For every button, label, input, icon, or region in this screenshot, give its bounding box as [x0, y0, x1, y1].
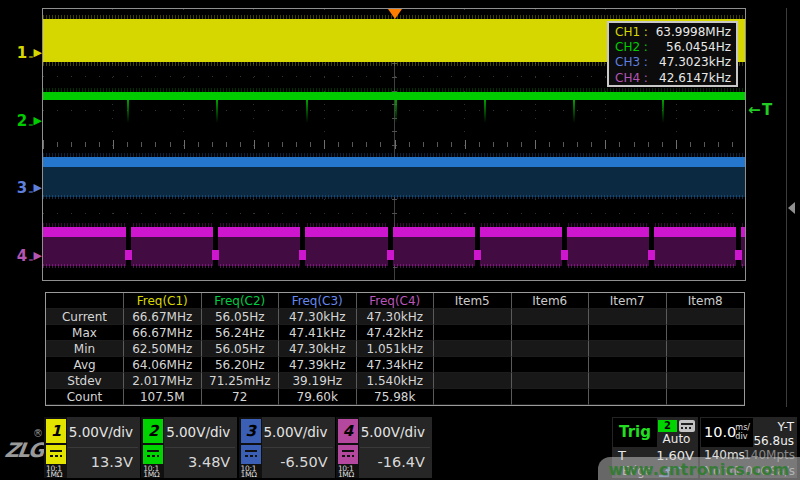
- trigger-title: Trig: [613, 418, 657, 447]
- measure-value-cell: 62.50MHz: [124, 341, 202, 357]
- measure-row-label: Avg: [46, 357, 124, 373]
- ch1-impedance: 1MΩ: [46, 470, 62, 479]
- measure-value-cell: 107.5M: [124, 389, 202, 405]
- infobox-ch3-value: 47.3023kHz: [648, 55, 731, 69]
- measure-value-cell: [667, 373, 745, 389]
- measure-row-label: Max: [46, 325, 124, 341]
- measure-value-cell: 47.42kHz: [357, 325, 435, 341]
- measure-value-cell: [434, 357, 512, 373]
- ch3-offset: -6.50V: [262, 451, 328, 473]
- ch1-badge[interactable]: 1: [46, 419, 66, 443]
- measure-row-label: Current: [46, 309, 124, 325]
- measure-value-cell: 79.60k: [279, 389, 357, 405]
- measure-value-cell: 47.41kHz: [279, 325, 357, 341]
- trigger-coupling-icon[interactable]: [679, 420, 695, 432]
- measure-value-cell: 1.540kHz: [357, 373, 435, 389]
- zlg-logo: ZLG ®: [5, 422, 45, 470]
- oscilloscope-screen: 1₌▶ 2₌▶ 3₌▶ 4₌▶ ← T: [0, 0, 800, 480]
- ch2-impedance: 1MΩ: [143, 470, 159, 479]
- display-mode: Y-T: [778, 420, 794, 434]
- ch2-offset: 3.48V: [164, 451, 230, 473]
- measure-value-cell: [589, 309, 667, 325]
- measure-value-cell: 75.98k: [357, 389, 435, 405]
- measure-value-cell: 1.051kHz: [357, 341, 435, 357]
- measure-value-cell: 47.30kHz: [279, 309, 357, 325]
- trigger-source-badge[interactable]: 2: [658, 420, 677, 432]
- ch3-trace: [43, 157, 746, 167]
- measure-value-cell: [434, 373, 512, 389]
- ch3-trace-fringe: [43, 195, 746, 199]
- measure-value-cell: 64.06MHz: [124, 357, 202, 373]
- ch3-badge[interactable]: 3: [241, 419, 261, 443]
- infobox-ch2-label: CH2 :: [615, 40, 648, 54]
- measurement-table: Freq(C1)Freq(C2)Freq(C3)Freq(C4)Item5Ite…: [45, 292, 745, 406]
- infobox-ch3-label: CH3 :: [615, 55, 648, 69]
- trigger-level-marker[interactable]: ← T: [748, 101, 772, 119]
- measure-value-cell: 66.67MHz: [124, 325, 202, 341]
- ch4-trace-fringe: [43, 264, 746, 268]
- ch2-panel[interactable]: 210:11MΩ5.00V/div3.48V: [141, 417, 237, 478]
- measure-col-header[interactable]: Freq(C3): [279, 293, 357, 309]
- ch1-position-marker[interactable]: 1₌▶: [10, 44, 42, 62]
- ch3-position-marker[interactable]: 3₌▶: [10, 179, 42, 197]
- measure-value-cell: 2.017MHz: [124, 373, 202, 389]
- measure-col-header[interactable]: Item6: [512, 293, 590, 309]
- measure-value-cell: [512, 357, 590, 373]
- measure-value-cell: [512, 341, 590, 357]
- measure-value-cell: 47.30kHz: [279, 341, 357, 357]
- ch3-panel[interactable]: 310:11MΩ5.00V/div-6.50V: [239, 417, 335, 478]
- measure-value-cell: [512, 373, 590, 389]
- measure-value-cell: [434, 325, 512, 341]
- ch3-scale: 5.00V/div: [262, 421, 328, 443]
- measure-value-cell: [667, 389, 745, 405]
- ch2-trace: [43, 92, 746, 100]
- trigger-position-icon[interactable]: [388, 9, 402, 19]
- measure-value-cell: [589, 341, 667, 357]
- ch1-scale: 5.00V/div: [67, 421, 133, 443]
- status-bar: ZLG ® 110:11MΩ5.00V/div13.3V210:11MΩ5.00…: [0, 410, 800, 480]
- measure-value-cell: [434, 389, 512, 405]
- ch4-trace-body: [43, 237, 746, 266]
- measure-row-label: Min: [46, 341, 124, 357]
- measure-value-cell: [589, 325, 667, 341]
- measure-value-cell: [512, 325, 590, 341]
- ch1-coupling-icon[interactable]: [46, 445, 66, 464]
- measure-value-cell: 56.05Hz: [202, 341, 280, 357]
- menu-collapse-icon[interactable]: [788, 202, 795, 214]
- side-panel-divider: [786, 8, 787, 407]
- measure-col-header[interactable]: Item7: [589, 293, 667, 309]
- measure-col-header[interactable]: Freq(C4): [357, 293, 435, 309]
- ch4-badge[interactable]: 4: [338, 419, 358, 443]
- measure-value-cell: 47.30kHz: [357, 309, 435, 325]
- ch4-impedance: 1MΩ: [338, 470, 354, 479]
- ch4-offset: -16.4V: [359, 451, 425, 473]
- ch4-position-marker[interactable]: 4₌▶: [10, 247, 42, 265]
- measure-col-header[interactable]: Freq(C2): [202, 293, 280, 309]
- measure-value-cell: 71.25mHz: [202, 373, 280, 389]
- ch2-badge[interactable]: 2: [143, 419, 163, 443]
- measure-value-cell: [589, 373, 667, 389]
- ch4-panel[interactable]: 410:11MΩ5.00V/div-16.4V: [336, 417, 432, 478]
- measure-col-header[interactable]: Item5: [434, 293, 512, 309]
- ch4-coupling-icon[interactable]: [338, 445, 358, 464]
- measure-value-cell: 66.67MHz: [124, 309, 202, 325]
- infobox-ch4-label: CH4 :: [615, 71, 648, 85]
- measure-value-cell: [667, 357, 745, 373]
- ch4-trace: [43, 227, 746, 237]
- ch2-coupling-icon[interactable]: [143, 445, 163, 464]
- measure-col-header[interactable]: Item8: [667, 293, 745, 309]
- measure-corner-cell: [46, 293, 124, 309]
- ch3-coupling-icon[interactable]: [241, 445, 261, 464]
- ch2-scale: 5.00V/div: [164, 421, 230, 443]
- ch1-panel[interactable]: 110:11MΩ5.00V/div13.3V: [44, 417, 140, 478]
- measure-value-cell: 56.20Hz: [202, 357, 280, 373]
- measure-value-cell: [434, 309, 512, 325]
- trigger-mode[interactable]: Auto: [657, 433, 696, 446]
- measure-col-header[interactable]: Freq(C1): [124, 293, 202, 309]
- timebase-scale-box: 10.0 ms/div: [701, 418, 753, 447]
- ch2-position-marker[interactable]: 2₌▶: [10, 112, 42, 130]
- measure-value-cell: 47.39kHz: [279, 357, 357, 373]
- measure-value-cell: [512, 389, 590, 405]
- timebase-scale: 10.0: [704, 425, 736, 440]
- measure-value-cell: [589, 357, 667, 373]
